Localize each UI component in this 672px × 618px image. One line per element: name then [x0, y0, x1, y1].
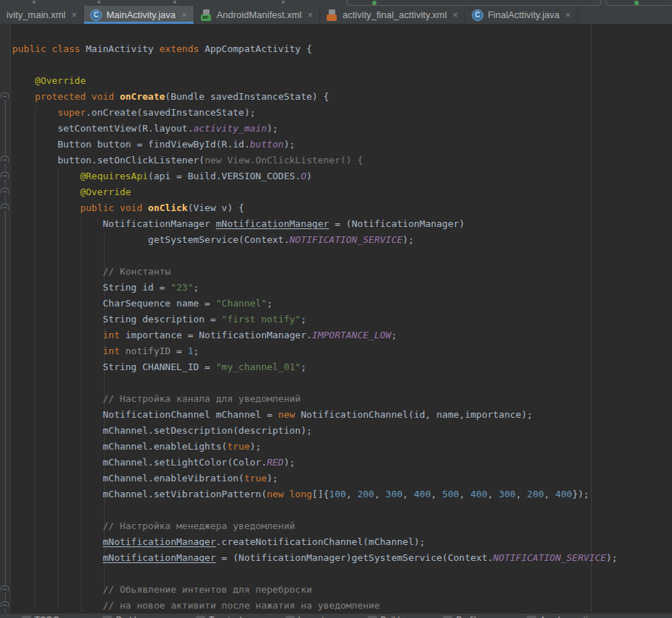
- tool-window-button-terminal[interactable]: >Terminal: [196, 615, 241, 618]
- fold-marker-icon[interactable]: −: [1, 188, 9, 197]
- build-icon: ⚒: [368, 616, 377, 618]
- layout-xml-file-icon: [327, 9, 338, 21]
- tab-close-icon[interactable]: ×: [72, 10, 77, 20]
- code-line-36: // на новое активити после нажатия на ув…: [12, 598, 618, 613]
- tool-window-label: Logcat: [298, 615, 324, 618]
- toolbar-icon[interactable]: [173, 1, 176, 4]
- tab-close-icon[interactable]: ×: [565, 10, 571, 20]
- code-line-18: String description = "first notify";: [12, 312, 618, 327]
- toolbar-icon[interactable]: [98, 1, 100, 4]
- code-line-30: [12, 502, 618, 518]
- code-line-6: setContentView(R.layout.activity_main);: [12, 121, 618, 137]
- tool-window-button-problems[interactable]: !Problems: [103, 615, 152, 618]
- code-line-21: String CHANNEL_ID = "my_channel_01";: [12, 359, 618, 375]
- android-studio-window: ivity_main.xml×CMainActivity.java×MFAndr…: [0, 0, 672, 618]
- tab-close-icon[interactable]: ×: [181, 10, 187, 20]
- fold-marker-icon[interactable]: −: [1, 204, 9, 213]
- tab-label: activity_final_acttivity.xml: [343, 9, 447, 20]
- code-line-10: @Override: [12, 184, 618, 200]
- code-line-8: button.setOnClickListener(new View.OnCli…: [12, 153, 618, 168]
- code-line-1: public class MainActivity extends AppCom…: [12, 41, 618, 57]
- code-line-20: int notifyID = 1;: [12, 343, 618, 359]
- code-line-31: // Настройка менеджера уведомлений: [12, 518, 618, 534]
- code-line-24: NotificationChannel mChannel = new Notif…: [12, 407, 618, 423]
- editor-tab-mainactivity-java[interactable]: CMainActivity.java×: [84, 6, 194, 24]
- fold-marker-icon[interactable]: −: [1, 172, 9, 181]
- code-text[interactable]: public class MainActivity extends AppCom…: [12, 41, 618, 613]
- tool-window-label: Problems: [116, 615, 152, 618]
- tab-label: ivity_main.xml: [7, 9, 66, 20]
- code-line-25: mChannel.setDescription(description);: [12, 423, 618, 439]
- code-line-27: mChannel.setLightColor(Color.RED);: [12, 455, 618, 471]
- tool-window-button-profiler[interactable]: ◔Profiler: [443, 615, 483, 618]
- code-line-7: Button button = findViewById(R.id.button…: [12, 137, 618, 153]
- code-line-28: mChannel.enableVibration(true);: [12, 471, 618, 486]
- code-line-3: @Override: [12, 73, 618, 89]
- terminal-icon: >: [196, 616, 205, 618]
- code-line-19: int importance = NotificationManager.IMP…: [12, 327, 618, 343]
- manifest-file-icon: MF: [201, 9, 212, 21]
- tool-window-label: Profiler: [456, 615, 483, 618]
- tool-window-label: Build: [381, 615, 400, 618]
- code-line-26: mChannel.enableLights(true);: [12, 439, 618, 455]
- tool-window-button-app-inspection[interactable]: ▣App Inspection: [527, 615, 597, 618]
- java-class-icon: C: [90, 9, 102, 21]
- logcat-icon: ▤: [285, 616, 295, 618]
- code-editor[interactable]: −−−−−−− public class MainActivity extend…: [0, 24, 672, 613]
- tab-label: MainActivity.java: [106, 9, 176, 20]
- code-line-11: public void onClick(View v) {: [12, 200, 618, 216]
- fold-marker-icon[interactable]: −: [1, 93, 9, 101]
- tab-label: FinalActtivity.java: [488, 9, 559, 20]
- run-config-combo[interactable]: [347, 0, 601, 6]
- problems-icon: !: [103, 616, 112, 618]
- code-line-34: [12, 566, 618, 582]
- tab-close-icon[interactable]: ×: [307, 10, 313, 20]
- java-class-icon: C: [472, 9, 483, 21]
- tab-close-icon[interactable]: ×: [452, 10, 458, 20]
- fold-marker-icon[interactable]: −: [1, 601, 9, 610]
- tool-window-label: App Inspection: [540, 615, 597, 618]
- fold-marker-icon[interactable]: −: [1, 156, 9, 165]
- tool-window-label: Terminal: [209, 615, 241, 618]
- tool-window-label: TODO: [35, 615, 59, 618]
- run-icon[interactable]: [372, 1, 376, 5]
- code-line-33: mNotificationManager = (NotificationMana…: [12, 550, 618, 566]
- code-line-35: // Обьявление интентов для переброски: [12, 582, 618, 598]
- app-inspection-icon: ▣: [527, 616, 536, 618]
- code-line-4: protected void onCreate(Bundle savedInst…: [12, 89, 618, 105]
- editor-tab-bar: ivity_main.xml×CMainActivity.java×MFAndr…: [0, 6, 672, 24]
- fold-marker-icon[interactable]: −: [1, 585, 9, 594]
- todo-icon: ≡: [22, 616, 31, 618]
- code-line-22: [12, 375, 618, 391]
- code-line-2: [12, 57, 618, 73]
- profiler-icon: ◔: [443, 616, 452, 618]
- code-line-14: [12, 248, 618, 264]
- tool-window-bar: ≡TODO!Problems>Terminal▤Logcat⚒Build◔Pro…: [0, 613, 672, 618]
- code-line-12: NotificationManager mNotificationManager…: [12, 216, 618, 232]
- editor-tab-androidmanifest-xml[interactable]: MFAndroidManifest.xml×: [194, 6, 320, 24]
- tool-window-button-build[interactable]: ⚒Build: [368, 615, 400, 618]
- code-line-16: String id = "23";: [12, 280, 618, 296]
- toolbar-icon[interactable]: [33, 1, 35, 4]
- tool-window-button-todo[interactable]: ≡TODO: [22, 615, 59, 618]
- code-line-29: mChannel.setVibrationPattern(new long[]{…: [12, 486, 618, 502]
- code-line-32: mNotificationManager.createNotificationC…: [12, 534, 618, 550]
- device-selector[interactable]: [606, 0, 672, 6]
- editor-gutter[interactable]: −−−−−−−: [0, 24, 11, 613]
- code-line-17: CharSequence name = "Channel";: [12, 296, 618, 312]
- editor-tab-activity-final-acttivity-xml[interactable]: activity_final_acttivity.xml×: [320, 6, 465, 24]
- editor-tab-ivity-main-xml[interactable]: ivity_main.xml×: [0, 6, 84, 24]
- tool-window-button-logcat[interactable]: ▤Logcat: [285, 615, 324, 618]
- tab-label: AndroidManifest.xml: [217, 9, 302, 20]
- code-line-9: @RequiresApi(api = Build.VERSION_CODES.O…: [12, 168, 618, 184]
- code-line-15: // Константы: [12, 264, 618, 280]
- run-icon[interactable]: [634, 1, 639, 5]
- code-line-5: super.onCreate(savedInstanceState);: [12, 105, 618, 121]
- toolbar-icon[interactable]: [282, 1, 285, 4]
- code-line-13: getSystemService(Context.NOTIFICATION_SE…: [12, 232, 618, 248]
- code-line-23: // Настройка канала для уведомлений: [12, 391, 618, 407]
- editor-tab-finalacttivity-java[interactable]: CFinalActtivity.java×: [465, 6, 578, 24]
